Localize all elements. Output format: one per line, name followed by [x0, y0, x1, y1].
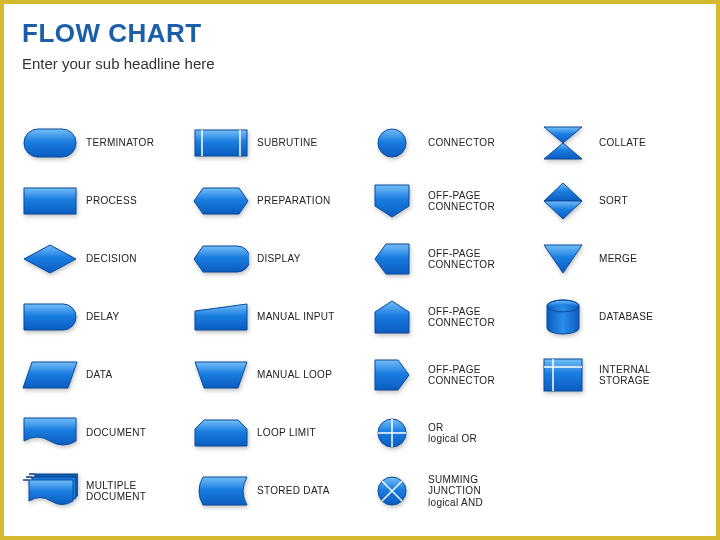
svg-marker-15 — [195, 304, 247, 330]
storeddata-icon — [193, 473, 249, 509]
shape-cell: OFF-PAGE CONNECTOR — [364, 352, 527, 398]
shape-cell: OFF-PAGE CONNECTOR — [364, 178, 527, 224]
shape-label: MANUAL INPUT — [257, 311, 335, 323]
merge-icon — [535, 241, 591, 277]
shape-label: DATA — [86, 369, 112, 381]
shape-label: DOCUMENT — [86, 427, 146, 439]
shape-label: MULTIPLE DOCUMENT — [86, 480, 146, 503]
shape-label: LOOP LIMIT — [257, 427, 316, 439]
shape-label: TERMINATOR — [86, 137, 154, 149]
manualloop-icon — [193, 357, 249, 393]
shape-label: MANUAL LOOP — [257, 369, 332, 381]
or-icon — [364, 415, 420, 451]
svg-rect-0 — [24, 129, 76, 157]
shape-label: PROCESS — [86, 195, 137, 207]
shape-cell: SUBRUTINE — [193, 120, 356, 166]
svg-marker-14 — [544, 245, 582, 273]
svg-marker-10 — [544, 183, 582, 201]
shape-cell: SORT — [535, 178, 698, 224]
shape-cell: MANUAL LOOP — [193, 352, 356, 398]
shape-cell: SUMMING JUNCTION logical AND — [364, 468, 527, 514]
svg-rect-7 — [24, 188, 76, 214]
shape-cell: MERGE — [535, 236, 698, 282]
shape-label: PREPARATION — [257, 195, 331, 207]
page-subtitle: Enter your sub headline here — [22, 55, 698, 72]
collate-icon — [535, 125, 591, 161]
svg-marker-9 — [375, 185, 409, 217]
shape-cell: MANUAL INPUT — [193, 294, 356, 340]
shape-label: OFF-PAGE CONNECTOR — [428, 306, 527, 329]
shape-cell — [535, 468, 698, 514]
shape-cell: INTERNAL STORAGE — [535, 352, 698, 398]
shape-cell: DOCUMENT — [22, 410, 185, 456]
shape-cell: OFF-PAGE CONNECTOR — [364, 294, 527, 340]
offpage-left-icon — [364, 241, 420, 277]
shape-label: CONNECTOR — [428, 137, 495, 149]
database-icon — [535, 299, 591, 335]
shape-label: MERGE — [599, 253, 637, 265]
svg-marker-20 — [195, 362, 247, 388]
svg-marker-25 — [195, 420, 247, 446]
svg-rect-22 — [544, 359, 582, 391]
page-title: FLOW CHART — [22, 18, 698, 49]
svg-marker-21 — [375, 360, 409, 390]
svg-marker-13 — [375, 244, 409, 274]
shape-cell: DATA — [22, 352, 185, 398]
shape-label: STORED DATA — [257, 485, 330, 497]
process-icon — [22, 183, 78, 219]
shape-label: DECISION — [86, 253, 137, 265]
slide: FLOW CHART Enter your sub headline here … — [0, 0, 720, 540]
data-icon — [22, 357, 78, 393]
shape-label: DISPLAY — [257, 253, 301, 265]
shape-grid: TERMINATORSUBRUTINECONNECTORCOLLATEPROCE… — [22, 120, 698, 514]
svg-point-4 — [378, 129, 406, 157]
shape-label: COLLATE — [599, 137, 646, 149]
delay-icon — [22, 299, 78, 335]
shape-label: INTERNAL STORAGE — [599, 364, 698, 387]
shape-cell: LOOP LIMIT — [193, 410, 356, 456]
shape-cell: TERMINATOR — [22, 120, 185, 166]
svg-marker-8 — [194, 188, 248, 214]
shape-cell: DATABASE — [535, 294, 698, 340]
offpage-right-icon — [364, 357, 420, 393]
svg-marker-11 — [544, 201, 582, 219]
svg-marker-12 — [24, 245, 76, 273]
offpage-up-icon — [364, 299, 420, 335]
svg-marker-16 — [375, 301, 409, 333]
shape-cell: PROCESS — [22, 178, 185, 224]
shape-label: OFF-PAGE CONNECTOR — [428, 364, 527, 387]
document-icon — [22, 415, 78, 451]
sumjunction-icon — [364, 473, 420, 509]
display-icon — [193, 241, 249, 277]
sort-icon — [535, 183, 591, 219]
shape-label: DELAY — [86, 311, 120, 323]
offpage-down-icon — [364, 183, 420, 219]
shape-label: DATABASE — [599, 311, 653, 323]
shape-cell: DISPLAY — [193, 236, 356, 282]
shape-cell: PREPARATION — [193, 178, 356, 224]
shape-cell: STORED DATA — [193, 468, 356, 514]
shape-label: SUMMING JUNCTION logical AND — [428, 474, 527, 509]
shape-cell: MULTIPLE DOCUMENT — [22, 468, 185, 514]
svg-marker-19 — [23, 362, 77, 388]
multidoc-icon — [22, 473, 78, 509]
terminator-icon — [22, 125, 78, 161]
shape-cell: DECISION — [22, 236, 185, 282]
shape-label: SUBRUTINE — [257, 137, 317, 149]
shape-label: SORT — [599, 195, 628, 207]
internalstorage-icon — [535, 357, 591, 393]
connector-icon — [364, 125, 420, 161]
shape-cell: CONNECTOR — [364, 120, 527, 166]
shape-cell: COLLATE — [535, 120, 698, 166]
preparation-icon — [193, 183, 249, 219]
svg-marker-6 — [544, 143, 582, 159]
decision-icon — [22, 241, 78, 277]
svg-marker-5 — [544, 127, 582, 143]
shape-label: OFF-PAGE CONNECTOR — [428, 190, 527, 213]
subroutine-icon — [193, 125, 249, 161]
shape-label: OR logical OR — [428, 422, 477, 445]
shape-cell: OFF-PAGE CONNECTOR — [364, 236, 527, 282]
shape-cell: DELAY — [22, 294, 185, 340]
shape-cell — [535, 410, 698, 456]
manualinput-icon — [193, 299, 249, 335]
